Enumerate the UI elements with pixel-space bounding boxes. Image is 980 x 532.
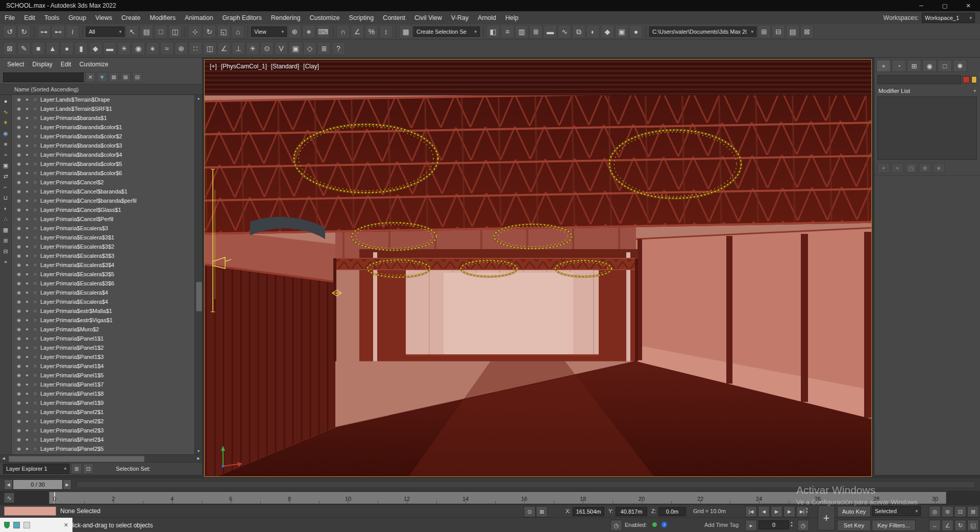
menu-item[interactable]: Help — [501, 14, 523, 21]
visibility-eye-icon[interactable]: ◉ — [16, 373, 22, 378]
visibility-eye-icon[interactable]: ◉ — [16, 262, 22, 268]
visibility-eye-icon[interactable]: ◉ — [16, 272, 22, 277]
spinner-down-icon[interactable]: ▼ — [790, 524, 793, 527]
freeze-dot-icon[interactable]: ● — [24, 152, 30, 157]
menu-item[interactable]: Create — [117, 14, 145, 21]
visibility-eye-icon[interactable]: ◉ — [16, 244, 22, 249]
scroll-up-icon[interactable]: ▲ — [195, 95, 202, 102]
freeze-dot-icon[interactable]: ● — [24, 409, 30, 415]
rendered-frame-window-icon[interactable]: ▣ — [615, 25, 628, 38]
freeze-dot-icon[interactable]: ● — [24, 400, 30, 405]
select-and-scale-icon[interactable]: ◱ — [217, 25, 230, 38]
visibility-eye-icon[interactable]: ◉ — [16, 134, 22, 139]
timeline-ruler[interactable]: 024681012141618202224262830 — [49, 492, 946, 504]
named-selection-sets-combo[interactable]: Create Selection Se ▾ — [413, 27, 480, 37]
visibility-eye-icon[interactable]: ◉ — [16, 409, 22, 415]
freeze-dot-icon[interactable]: ● — [24, 207, 30, 212]
visibility-eye-icon[interactable]: ◉ — [16, 281, 22, 286]
linked-explorer-icon[interactable]: ⊠ — [800, 25, 814, 38]
menu-item[interactable]: Graph Editors — [218, 14, 266, 21]
freeze-dot-icon[interactable]: ● — [24, 97, 30, 102]
expand-tree-icon[interactable]: ⊞ — [120, 72, 131, 82]
viewport-label[interactable]: [+] — [210, 63, 217, 70]
viewport-label[interactable]: [PhysCamCol_1] — [221, 63, 267, 70]
viewport-canvas[interactable] — [205, 60, 871, 476]
set-keys-button[interactable]: + — [818, 505, 835, 530]
time-slider-track[interactable] — [77, 481, 975, 488]
previous-frame-arrow-icon[interactable]: ◀ — [4, 479, 13, 490]
visibility-eye-icon[interactable]: ◉ — [16, 207, 22, 212]
layer-row[interactable]: ◉ ● ○ Layer:Primaria$baranda$color$1 — [12, 123, 194, 132]
visibility-eye-icon[interactable]: ◉ — [16, 253, 22, 258]
freeze-dot-icon[interactable]: ● — [24, 391, 30, 396]
freeze-dot-icon[interactable]: ● — [24, 345, 30, 350]
box-primitive-icon[interactable]: ■ — [32, 42, 45, 55]
project-folder-combo[interactable]: C:\Users\valer\Documents\3ds Max 2022 ▾ — [649, 27, 756, 37]
visibility-eye-icon[interactable]: ◉ — [16, 336, 22, 341]
isolate-selection-toggle-icon[interactable]: ⊙ — [524, 506, 535, 517]
menu-item[interactable]: V-Ray — [447, 14, 473, 21]
freeze-dot-icon[interactable]: ● — [24, 327, 30, 332]
layer-row[interactable]: ◉ ● ○ Layer:Primaria$baranda$1 — [12, 113, 194, 123]
freeze-dot-icon[interactable]: ● — [24, 299, 30, 304]
layer-row[interactable]: ◉ ● ○ Layer:Primaria$baranda$color$2 — [12, 132, 194, 141]
freeze-dot-icon[interactable]: ● — [24, 281, 30, 286]
layer-row[interactable]: ◉ ● ○ Layer:Primaria$Cancel$2 — [12, 178, 194, 187]
x-coordinate-field[interactable]: 161.504m — [573, 507, 604, 516]
spacewarp-icon[interactable]: ≈ — [160, 42, 174, 55]
scrollbar-thumb[interactable] — [196, 282, 202, 311]
menu-item[interactable]: Views — [91, 14, 117, 21]
layer-row[interactable]: ◉ ● ○ Layer:Primaria$Escalera$3 — [12, 224, 194, 233]
layer-row[interactable]: ◉ ● ○ Layer:Primaria$Escalera$3$1 — [12, 233, 194, 242]
visibility-eye-icon[interactable]: ◉ — [16, 106, 22, 111]
paint-select-icon[interactable]: ✎ — [17, 42, 31, 55]
freeze-dot-icon[interactable]: ● — [24, 161, 30, 166]
app-square-icon[interactable] — [13, 522, 20, 528]
notes-list-icon[interactable]: ≣ — [317, 42, 331, 55]
make-unique-icon[interactable]: ◳ — [905, 163, 917, 173]
visibility-eye-icon[interactable]: ◉ — [16, 364, 22, 369]
layer-row[interactable]: ◉ ● ○ Layer:Primaria$baranda$color$5 — [12, 159, 194, 168]
pick-parent-icon[interactable]: ⌖ — [1, 257, 10, 267]
layer-row[interactable]: ◉ ● ○ Layer:Primaria$Escalera$3$3 — [12, 251, 194, 260]
viewport-label[interactable]: [Clay] — [303, 63, 319, 70]
layer-row[interactable]: ◉ ● ○ Layer:Primaria$Panel1$7 — [12, 380, 194, 389]
wirecolor-swatch[interactable] — [971, 76, 977, 83]
filter-containers-icon[interactable]: ⊔ — [1, 193, 10, 202]
material-editor-icon[interactable]: ◐ — [586, 25, 600, 38]
freeze-dot-icon[interactable]: ● — [24, 336, 30, 341]
helpers-icon[interactable]: ∗ — [146, 42, 159, 55]
visibility-eye-icon[interactable]: ◉ — [16, 171, 22, 176]
filter-bones-icon[interactable]: ⌐ — [1, 182, 10, 191]
select-and-manipulate-icon[interactable]: ∗ — [302, 25, 315, 38]
freeze-dot-icon[interactable]: ● — [24, 134, 30, 139]
filter-particles-icon[interactable]: ∴ — [1, 214, 10, 224]
time-slider-handle[interactable]: 0 / 30 — [13, 479, 63, 490]
menu-item[interactable]: Customize — [305, 14, 344, 21]
pin-stack-icon[interactable]: ⌖ — [877, 163, 890, 173]
explorer-menu-item[interactable]: Customize — [75, 61, 112, 68]
layer-row[interactable]: ◉ ● ○ Layer:Primaria$baranda$color$3 — [12, 141, 194, 150]
filter-xrefs-icon[interactable]: ⇄ — [1, 172, 10, 181]
vray-frame-buffer-icon[interactable]: ▣ — [289, 42, 302, 55]
y-coordinate-field[interactable]: 40.817m — [616, 507, 647, 516]
place-highlight-icon[interactable]: ☀ — [246, 42, 259, 55]
app-square-icon[interactable] — [23, 522, 30, 528]
freeze-dot-icon[interactable]: ● — [24, 446, 30, 451]
layer-row[interactable]: ◉ ● ○ Layer:Primaria$Panel1$3 — [12, 352, 194, 361]
key-mode-toggle-icon[interactable]: ▸ — [745, 520, 757, 531]
time-configuration-icon[interactable]: ◷ — [797, 520, 809, 531]
selection-lock-icon[interactable]: ⊠ — [3, 42, 16, 55]
snaps-toggle-icon[interactable]: ∩ — [336, 25, 350, 38]
visibility-eye-icon[interactable]: ◉ — [16, 327, 22, 332]
scroll-right-icon[interactable]: ▶ — [195, 455, 202, 462]
visibility-eye-icon[interactable]: ◉ — [16, 216, 22, 222]
visibility-eye-icon[interactable]: ◉ — [16, 152, 22, 157]
visibility-eye-icon[interactable]: ◉ — [16, 345, 22, 350]
freeze-dot-icon[interactable]: ● — [24, 235, 30, 240]
visibility-eye-icon[interactable]: ◉ — [16, 354, 22, 359]
layer-row[interactable]: ◉ ● ○ Layer:Primaria$Escalera$3$4 — [12, 260, 194, 270]
freeze-dot-icon[interactable]: ● — [24, 364, 30, 369]
isolate-selection-icon[interactable]: ⊙ — [260, 42, 274, 55]
freeze-dot-icon[interactable]: ● — [24, 382, 30, 387]
